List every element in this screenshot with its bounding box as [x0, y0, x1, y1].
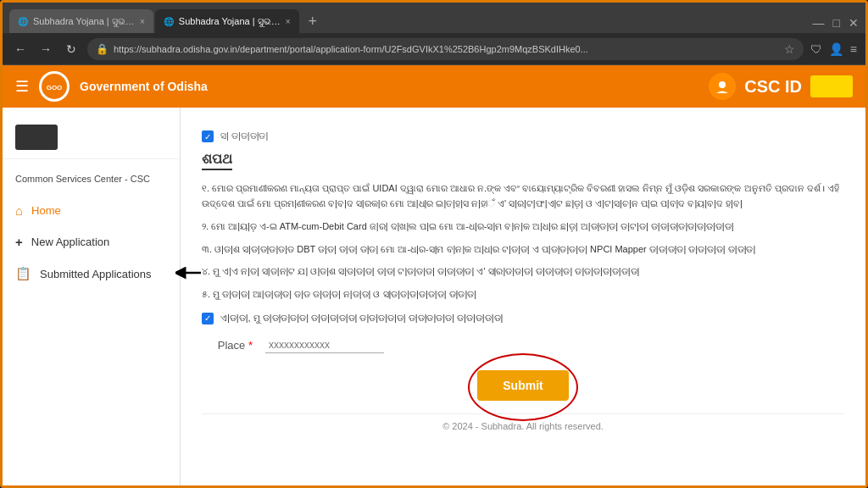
top-checkbox[interactable]: ✓ [202, 130, 214, 142]
csc-id-label: CSC ID [744, 77, 802, 97]
url-text: https://subhadra.odisha.gov.in/departmen… [114, 44, 779, 54]
declaration-line-5: ୫. ମୁ ଡ|ଡ|ଡ| ଆ|ଡ|ଡ|ଡ| ଡ|ଡ ଡ|ଡ|ଡ| ନ|ଡ|ଡ| … [202, 286, 844, 302]
forward-button[interactable]: → [36, 40, 55, 58]
home-icon: ⌂ [15, 203, 23, 218]
sidebar: Common Services Center - CSC ⌂ Home + Ne… [3, 108, 181, 485]
menu-icon[interactable]: ≡ [850, 42, 857, 56]
place-row: Place * [202, 337, 844, 353]
place-input[interactable] [265, 337, 384, 353]
new-tab-button[interactable]: + [301, 9, 325, 33]
csc-id-value-box [810, 75, 853, 97]
sidebar-item-new-application[interactable]: + New Application [3, 226, 180, 258]
submit-area: Submit [202, 358, 844, 413]
sidebar-label-submitted: Submitted Applications [40, 268, 152, 280]
sidebar-arrow-annotation [175, 264, 209, 284]
place-label: Place * [202, 339, 253, 352]
main-layout: Common Services Center - CSC ⌂ Home + Ne… [3, 108, 865, 485]
browser-window: 🌐 Subhadra Yojana | ସୁଭଦ୍ର ଯୋଜନା × 🌐 Sub… [0, 0, 868, 488]
browser-icon-group: 🛡 👤 ≡ [810, 42, 857, 56]
tab-1-close[interactable]: × [140, 17, 145, 26]
declaration-line-3: ୩. ଓ|ଡ|ଶ ସ|ଡ|ଡ|ଡ|ଡ|ଡ DBT ଡ|ଡ| ଡ|ଡ| ଡ|ଡ| … [202, 241, 844, 258]
declaration-checkbox-text: ଏ|ଡ|ଡ|, ମୁ ଡ|ଡ|ଡ|ଡ|ଡ| ଡ|ଡ|ଡ|ଡ|ଡ| ଡ|ଡ|ଡ|ଡ… [220, 311, 503, 325]
logo-inner: GOO [42, 74, 67, 99]
logo: GOO [39, 71, 70, 102]
svg-text:GOO: GOO [47, 84, 63, 92]
declaration-line-1: ୧. ମୋର ପ୍ରମାଣୀକରଣ ମାନ୍ୟତା ପ୍ରାପ୍ତ ପାଇଁ U… [202, 180, 844, 212]
site-title: Government of Odisha [80, 80, 208, 93]
place-required-marker: * [245, 339, 253, 352]
sidebar-label-new-application: New Application [31, 236, 110, 248]
sidebar-label-home: Home [31, 204, 61, 217]
declaration-line-2: ୨. ମୋ ଆ|ୟ|ଡ଼ ଏ-ଇ ATM-cum-Debit Card ଜ|ର|… [202, 219, 844, 235]
sidebar-item-submitted-applications[interactable]: 📋 Submitted Applications [3, 258, 180, 290]
submitted-icon: 📋 [15, 266, 31, 281]
sidebar-item-home[interactable]: ⌂ Home [3, 195, 180, 226]
back-button[interactable]: ← [11, 40, 30, 58]
declaration-checkbox[interactable]: ✓ [202, 313, 214, 324]
address-bar[interactable]: 🔒 https://subhadra.odisha.gov.in/departm… [87, 38, 804, 60]
user-avatar[interactable] [709, 73, 736, 100]
refresh-button[interactable]: ↻ [62, 40, 81, 58]
svg-point-2 [719, 81, 726, 88]
footer: © 2024 - Subhadra. All rights reserved. [202, 413, 844, 438]
restore-button[interactable]: □ [833, 16, 840, 30]
sidebar-org-label: Common Services Center - CSC [3, 166, 180, 195]
close-button[interactable]: ✕ [849, 16, 859, 30]
plus-icon: + [15, 235, 23, 249]
browser-controls: ← → ↻ 🔒 https://subhadra.odisha.gov.in/d… [3, 33, 865, 65]
minimize-button[interactable]: — [813, 16, 825, 30]
page-content[interactable]: ✓ ସ| ଡ|ଡ|ଡ|ଡ| ଶପଥ ୧. ମୋର ପ୍ରମାଣୀକରଣ ମାନ୍… [181, 108, 865, 485]
header-left: ☰ GOO Government of Odisha [15, 71, 208, 102]
site-header: ☰ GOO Government of Odisha CSC ID [3, 65, 865, 108]
tab-2-close[interactable]: × [286, 17, 291, 26]
csc-id-annotation: ↗ [821, 65, 836, 69]
top-checkbox-text: ସ| ଡ|ଡ|ଡ|ଡ| [220, 129, 268, 143]
tab-bar: 🌐 Subhadra Yojana | ସୁଭଦ୍ର ଯୋଜନା × 🌐 Sub… [3, 3, 865, 33]
header-right: CSC ID ↗ [709, 73, 853, 100]
declaration-title: ଶପଥ [202, 152, 232, 170]
top-checkbox-row: ✓ ସ| ଡ|ଡ|ଡ|ଡ| [202, 129, 844, 143]
sidebar-logo-area [3, 116, 180, 159]
extensions-icon[interactable]: 🛡 [810, 42, 822, 56]
profile-icon[interactable]: 👤 [829, 42, 843, 56]
content-area: ☰ GOO Government of Odisha CSC ID [3, 65, 865, 485]
bookmark-icon[interactable]: ☆ [784, 42, 795, 56]
tab-2[interactable]: 🌐 Subhadra Yojana | ସୁଭଦ୍ର ଯୋଜନା × [155, 9, 299, 33]
declaration-line-4: ୪. ମୁ ଏ|ଏ ନ|ଡ| ସ|ଡ|ନ|ଟ ଯ| ଓ|ଡ|ଶ ସ|ଡ|ଡ|ଡ|… [202, 263, 844, 280]
sidebar-logo [15, 125, 58, 150]
hamburger-menu[interactable]: ☰ [15, 77, 29, 96]
tab-1[interactable]: 🌐 Subhadra Yojana | ସୁଭଦ୍ର ଯୋଜନା × [9, 9, 153, 33]
submit-button[interactable]: Submit [477, 370, 568, 401]
declaration-checkbox-row: ✓ ଏ|ଡ|ଡ|, ମୁ ଡ|ଡ|ଡ|ଡ|ଡ| ଡ|ଡ|ଡ|ଡ|ଡ| ଡ|ଡ|ଡ… [202, 311, 844, 325]
